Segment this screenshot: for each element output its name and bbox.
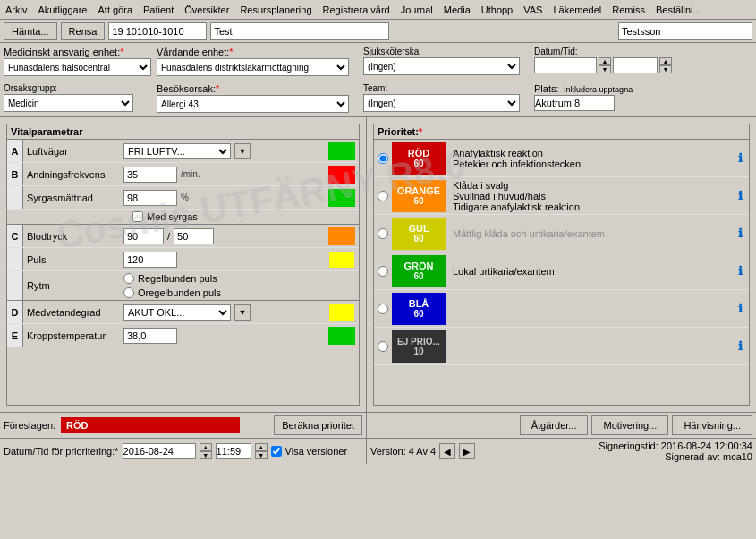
foreslagen-row: Föreslagen: RÖD Beräkna prioritet	[0, 413, 367, 438]
orsaksgrupp-select[interactable]: Medicin	[4, 94, 133, 112]
temp-input[interactable]	[123, 328, 177, 344]
menu-bestallni[interactable]: Beställni...	[650, 3, 707, 17]
andning-unit: /min.	[181, 169, 200, 179]
vital-status-d	[328, 304, 355, 321]
andningsfrekvens-input[interactable]	[123, 167, 177, 183]
vital-row-c1: C Blodtryck /	[7, 225, 359, 248]
version-prev-button[interactable]: ◀	[439, 443, 455, 459]
medvetande-dropdown-btn[interactable]: ▼	[234, 304, 251, 321]
menu-patient[interactable]: Patient	[138, 3, 179, 17]
priority-radio-ej[interactable]	[378, 341, 388, 352]
clear-button[interactable]: Rensa	[61, 22, 106, 40]
datum-input[interactable]	[534, 57, 597, 73]
time-prio-spin-up[interactable]: ▲	[255, 443, 268, 451]
puls-input[interactable]	[123, 252, 177, 268]
menu-akutliggare[interactable]: Akutliggare	[32, 3, 92, 17]
vital-letter-c1: C	[7, 225, 23, 247]
back-button[interactable]: Hämta...	[4, 22, 57, 40]
vital-row-c3: Rytm Regelbunden puls Oregelbunden puls	[7, 271, 359, 301]
blodtryck-systolic-input[interactable]	[123, 228, 164, 244]
priority-number-orange: 60	[413, 196, 423, 206]
version-next-button[interactable]: ▶	[459, 443, 475, 459]
atgarder-button[interactable]: Åtgärder...	[520, 415, 589, 435]
datum-spin-up[interactable]: ▲	[599, 57, 611, 65]
priority-box-gul: GUL 60	[392, 218, 446, 250]
med-syrgas-label: Med syrgas	[147, 211, 198, 222]
berakna-button[interactable]: Beräkna prioritet	[274, 415, 362, 435]
patient-id-input[interactable]	[108, 22, 207, 40]
datum-label: Datum/Tid:	[534, 47, 752, 56]
time-prioritering-input[interactable]	[216, 443, 251, 459]
vital-label-puls: Puls	[23, 254, 122, 265]
vital-letter-c3	[7, 271, 23, 300]
sjukskoterska-select[interactable]: (Ingen)	[363, 57, 520, 75]
priority-radio-bla[interactable]	[378, 304, 388, 314]
vard-enhet-select[interactable]: Funäsdalens distriktsläkarmottagning	[157, 58, 349, 76]
plats-input[interactable]	[534, 95, 615, 111]
priority-info-gron[interactable]: ℹ	[731, 264, 749, 278]
luftvagar-dropdown-btn[interactable]: ▼	[234, 143, 251, 159]
vital-row-c2: Puls	[7, 248, 359, 271]
vital-row-e: E Kroppstemperatur	[7, 324, 359, 347]
priority-radio-orange[interactable]	[378, 191, 388, 201]
hanvisning-button[interactable]: Hänvisning...	[672, 415, 752, 435]
patient-last-name-input[interactable]	[618, 22, 752, 40]
menu-journal[interactable]: Journal	[395, 3, 438, 17]
vital-row-b1: B Andningsfrekvens /min.	[7, 163, 359, 186]
vital-label-luftvagar: Luftvägar	[23, 146, 122, 157]
priority-info-ej[interactable]: ℹ	[731, 339, 749, 353]
menu-resursplanering[interactable]: Resursplanering	[234, 3, 317, 17]
form-area: Medicinskt ansvarig enhet:* Funäsdalens …	[0, 43, 756, 116]
priority-info-bla[interactable]: ℹ	[731, 302, 749, 315]
besoksorsak-select[interactable]: Allergi 43	[157, 95, 349, 113]
rytm-oregelbunden-label: Oregelbunden puls	[138, 287, 221, 298]
vital-status-b2	[328, 189, 355, 207]
vital-label-temp: Kroppstemperatur	[23, 330, 122, 341]
action-buttons-row: Åtgärder... Motivering... Hänvisning...	[367, 413, 756, 438]
medvetandegrad-select[interactable]: AKUT OKL...	[123, 304, 231, 321]
patient-first-name-input[interactable]	[210, 22, 389, 40]
priority-box-rod: RÖD 60	[392, 142, 446, 175]
vital-letter-b1: B	[7, 163, 23, 185]
datum-prioritering-input[interactable]	[123, 443, 196, 459]
time-spin-up[interactable]: ▲	[659, 57, 672, 65]
datum-spin-down[interactable]: ▼	[599, 65, 611, 73]
menu-registrera-vard[interactable]: Registrera vård	[318, 3, 395, 17]
priority-radio-gul[interactable]	[378, 228, 388, 239]
menu-vas[interactable]: VAS	[518, 3, 548, 17]
menu-uthopp[interactable]: Uthopp	[476, 3, 518, 17]
luftvagar-select[interactable]: FRI LUFTV...	[123, 143, 231, 159]
datum-prio-spin-up[interactable]: ▲	[200, 443, 212, 451]
priority-info-orange[interactable]: ℹ	[731, 189, 749, 202]
datum-prio-spin-down[interactable]: ▼	[200, 451, 212, 459]
menu-arkiv[interactable]: Arkiv	[0, 3, 32, 17]
menu-remiss[interactable]: Remiss	[607, 3, 650, 17]
vital-row-b2: Syrgasmättnad % Med syrgas	[7, 186, 359, 225]
med-ansv-select[interactable]: Funäsdalens hälsocentral	[4, 58, 151, 76]
rytm-regelbunden-radio[interactable]	[123, 273, 134, 284]
priority-info-gul[interactable]: ℹ	[731, 227, 749, 240]
vital-status-a	[328, 142, 355, 160]
time-prio-spin-down[interactable]: ▼	[255, 451, 268, 459]
motivering-button[interactable]: Motivering...	[591, 415, 668, 435]
blodtryck-diastolic-input[interactable]	[174, 228, 214, 244]
menu-oversikter[interactable]: Översikter	[179, 3, 234, 17]
priority-radio-gron[interactable]	[378, 266, 388, 277]
menu-att-gora[interactable]: Att göra	[93, 3, 139, 17]
med-syrgas-checkbox[interactable]	[132, 211, 143, 222]
team-select[interactable]: (Ingen)	[363, 94, 520, 112]
menu-media[interactable]: Media	[438, 3, 476, 17]
priority-info-rod[interactable]: ℹ	[731, 151, 749, 165]
version-row: Version: 4 Av 4 ◀ ▶ Signeringstid: 2016-…	[367, 439, 756, 464]
priority-number-bla: 60	[413, 309, 423, 319]
datum-time-input[interactable]	[613, 57, 658, 73]
priority-item-rod: RÖD 60 Anafylaktisk reaktion Petekier oc…	[374, 140, 749, 177]
rytm-oregelbunden-radio[interactable]	[123, 287, 134, 298]
priority-radio-rod[interactable]	[378, 153, 388, 164]
visa-versioner-checkbox[interactable]	[271, 446, 282, 457]
priority-number-gul: 60	[413, 234, 423, 244]
time-spin-down[interactable]: ▼	[659, 65, 672, 73]
vard-enhet-label: Vårdande enhet:*	[157, 47, 358, 57]
menu-lakemedel[interactable]: Läkemedel	[548, 3, 607, 17]
syrgasmatnad-input[interactable]	[123, 190, 177, 206]
